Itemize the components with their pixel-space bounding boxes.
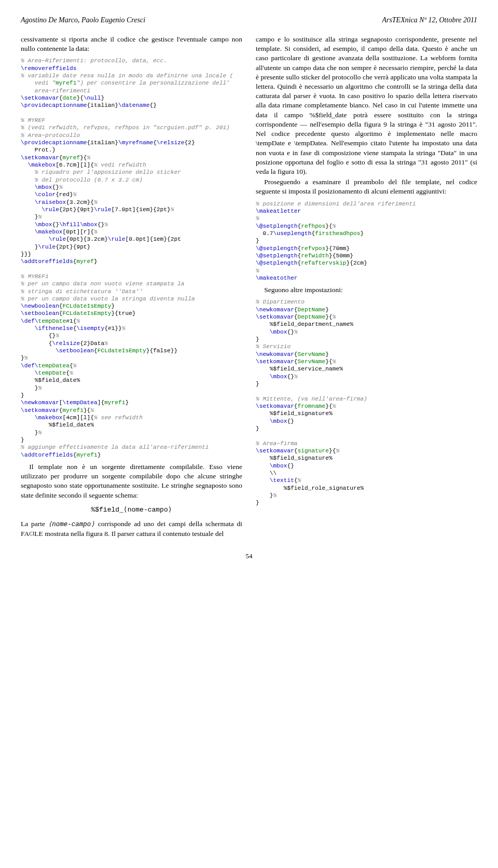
header-journal: ArsTEXnica Nº 12, Ottobre 2011 xyxy=(382,16,477,25)
para: campo e lo sostituisce alla stringa segn… xyxy=(256,35,477,176)
page-number: 54 xyxy=(21,552,477,561)
code-block: % Area−Riferimenti: protocollo, data, ec… xyxy=(21,57,242,459)
left-column: cessivamente si riporta anche il codice … xyxy=(21,35,242,540)
para: La parte ⟨nome-campo⟩ corrisponde ad uno… xyxy=(21,519,242,539)
schema-pattern: %$field_⟨nome-campo⟩ xyxy=(21,505,242,515)
para: Proseguendo a esaminare il preambolo del… xyxy=(256,177,477,196)
code-block: % Dipartimento \newkomavar{DeptName} \se… xyxy=(256,298,477,506)
header-authors: Agostino De Marco, Paolo Eugenio Cresci xyxy=(21,16,145,25)
issue-text: Nº 12, Ottobre 2011 xyxy=(418,16,477,24)
two-column-layout: cessivamente si riporta anche il codice … xyxy=(21,35,477,540)
para: Il template non è un sorgente direttamen… xyxy=(21,462,242,500)
logo-text: ArsTEXnica xyxy=(382,16,417,24)
page-header: Agostino De Marco, Paolo Eugenio Cresci … xyxy=(21,16,477,25)
right-column: campo e lo sostituisce alla stringa segn… xyxy=(256,35,477,540)
para: cessivamente si riporta anche il codice … xyxy=(21,35,242,53)
para: Seguono altre impostazioni: xyxy=(256,285,477,295)
code-block: % posizione e dimensioni dell'area rifer… xyxy=(256,200,477,282)
